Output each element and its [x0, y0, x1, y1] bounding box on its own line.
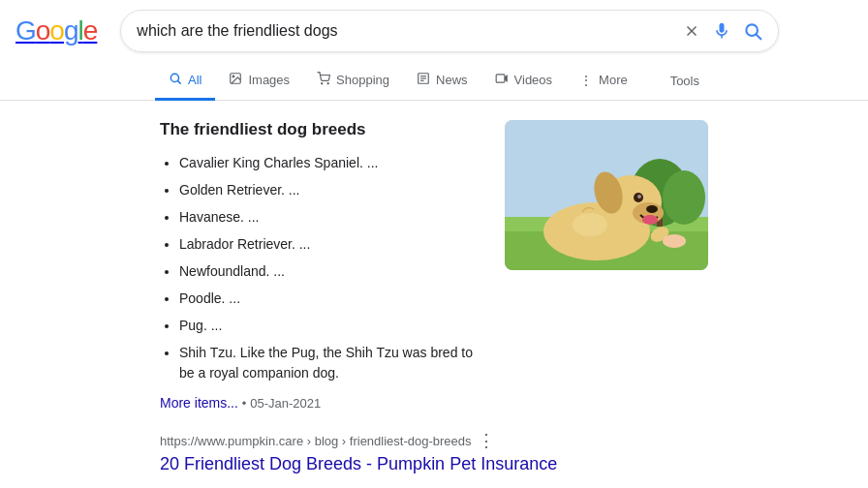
clear-icon[interactable]: [683, 22, 700, 40]
featured-snippet: The friendliest dog breeds Cavalier King…: [160, 120, 708, 411]
svg-point-25: [646, 205, 658, 213]
shopping-icon: [317, 72, 330, 88]
google-logo[interactable]: Google: [16, 15, 97, 46]
result-title-link[interactable]: 20 Friendliest Dog Breeds - Pumpkin Pet …: [160, 454, 557, 473]
dog-image: [505, 120, 708, 270]
search-tabs: All Images Shopping News Videos ⋮ More T…: [0, 62, 868, 101]
list-item: Labrador Retriever. ...: [179, 234, 485, 255]
tools-button[interactable]: Tools: [657, 64, 713, 98]
svg-point-20: [663, 170, 705, 225]
list-item: Pug. ...: [179, 316, 485, 336]
list-item: Newfoundland. ...: [179, 261, 485, 282]
snippet-date: 05-Jan-2021: [250, 396, 321, 411]
header: Google: [0, 0, 868, 62]
main-content: The friendliest dog breeds Cavalier King…: [0, 101, 868, 488]
tab-all[interactable]: All: [155, 62, 215, 101]
result-options-icon[interactable]: ⋮: [478, 430, 495, 451]
tab-news[interactable]: News: [403, 62, 481, 101]
svg-point-7: [233, 76, 235, 77]
more-icon: ⋮: [579, 73, 593, 88]
list-item: Golden Retriever. ...: [179, 180, 485, 200]
svg-point-32: [573, 213, 607, 236]
svg-line-3: [757, 35, 761, 40]
search-result: https://www.pumpkin.care › blog › friend…: [160, 430, 708, 474]
svg-point-29: [642, 215, 658, 225]
list-item: Poodle. ...: [179, 289, 485, 309]
search-bar: [120, 10, 779, 52]
snippet-text: The friendliest dog breeds Cavalier King…: [160, 120, 485, 411]
svg-line-5: [178, 81, 181, 84]
tab-videos-label: Videos: [514, 73, 553, 87]
all-icon: [169, 72, 182, 88]
videos-icon: [495, 72, 509, 88]
snippet-title: The friendliest dog breeds: [160, 120, 485, 139]
svg-point-27: [637, 195, 641, 198]
dot-separator: •: [242, 396, 247, 411]
snippet-list: Cavalier King Charles Spaniel. ... Golde…: [160, 153, 485, 383]
tab-videos[interactable]: Videos: [481, 62, 567, 101]
list-item: Cavalier King Charles Spaniel. ...: [179, 153, 485, 173]
microphone-icon[interactable]: [712, 21, 731, 41]
tab-images-label: Images: [248, 73, 290, 87]
svg-rect-14: [496, 75, 505, 82]
tab-more[interactable]: ⋮ More: [566, 63, 641, 101]
svg-point-9: [327, 83, 328, 84]
result-url-text: https://www.pumpkin.care › blog › friend…: [160, 434, 472, 448]
more-items: More items... • 05-Jan-2021: [160, 395, 485, 411]
news-icon: [417, 72, 430, 88]
tab-news-label: News: [436, 73, 468, 87]
search-submit-icon[interactable]: [743, 21, 762, 41]
tab-shopping-label: Shopping: [336, 73, 389, 87]
search-icons: [683, 21, 762, 41]
search-input[interactable]: [137, 22, 673, 40]
images-icon: [229, 72, 242, 88]
search-bar-wrapper: [120, 10, 779, 52]
more-items-link[interactable]: More items...: [160, 395, 238, 411]
result-url-row: https://www.pumpkin.care › blog › friend…: [160, 430, 708, 451]
snippet-image: [505, 120, 708, 270]
tab-shopping[interactable]: Shopping: [303, 62, 403, 101]
tab-more-label: More: [599, 73, 628, 87]
list-item: Havanese. ...: [179, 207, 485, 228]
svg-point-8: [322, 83, 323, 84]
tab-all-label: All: [188, 73, 202, 87]
list-item: Shih Tzu. Like the Pug, the Shih Tzu was…: [179, 343, 485, 383]
tab-images[interactable]: Images: [215, 62, 303, 101]
svg-point-31: [663, 234, 686, 248]
